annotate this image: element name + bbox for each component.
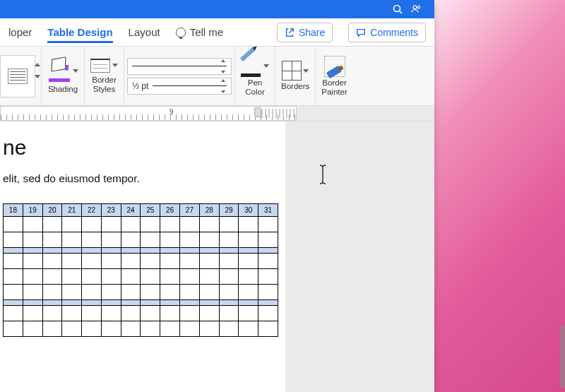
table-cell[interactable] <box>4 300 23 306</box>
table-cell[interactable] <box>258 269 278 285</box>
share-button[interactable]: Share <box>277 23 333 42</box>
table-cell[interactable] <box>82 217 102 232</box>
table-band-row[interactable] <box>4 300 278 306</box>
table-cell[interactable] <box>219 248 239 254</box>
table-cell[interactable] <box>239 306 258 321</box>
table-row[interactable] <box>4 321 278 337</box>
table-row[interactable] <box>4 217 278 232</box>
tab-developer[interactable]: loper <box>8 22 32 42</box>
table-cell[interactable] <box>219 306 239 321</box>
table-cell[interactable] <box>4 269 23 285</box>
table-cell[interactable] <box>23 300 42 306</box>
table-cell[interactable] <box>180 232 200 248</box>
border-styles-dropdown[interactable] <box>112 64 118 67</box>
table-cell[interactable] <box>121 300 141 306</box>
table-cell[interactable] <box>141 300 160 306</box>
table-cell[interactable] <box>199 232 219 248</box>
table-cell[interactable] <box>4 248 23 254</box>
window-scrollbar-thumb[interactable] <box>560 325 565 388</box>
table-cell[interactable] <box>199 269 219 285</box>
table-cell[interactable] <box>180 306 200 321</box>
table-cell[interactable] <box>219 232 239 248</box>
table-cell[interactable] <box>23 254 42 269</box>
shading-dropdown[interactable] <box>73 69 78 73</box>
table-row[interactable] <box>4 254 278 269</box>
table-cell[interactable] <box>180 217 200 232</box>
style-gallery-item[interactable] <box>0 55 35 97</box>
table-cell[interactable] <box>199 300 219 306</box>
pen-color-button[interactable] <box>241 56 262 77</box>
table-cell[interactable] <box>23 248 42 254</box>
table-cell[interactable] <box>141 232 160 248</box>
heading-fragment[interactable]: ne <box>3 136 278 160</box>
table-cell[interactable] <box>199 285 219 300</box>
table-cell[interactable] <box>141 306 160 321</box>
shading-button[interactable] <box>47 58 71 82</box>
day-header-cell[interactable]: 27 <box>180 204 200 217</box>
table-cell[interactable] <box>141 269 160 285</box>
table-row[interactable] <box>4 232 278 248</box>
table-cell[interactable] <box>62 306 82 321</box>
table-cell[interactable] <box>258 217 278 232</box>
border-painter-button[interactable] <box>324 56 345 77</box>
table-cell[interactable] <box>180 269 200 285</box>
table-cell[interactable] <box>121 269 141 285</box>
day-header-cell[interactable]: 23 <box>101 204 121 217</box>
table-cell[interactable] <box>4 232 23 248</box>
table-cell[interactable] <box>239 232 258 248</box>
table-cell[interactable] <box>121 254 141 269</box>
table-cell[interactable] <box>199 306 219 321</box>
table-cell[interactable] <box>219 217 239 232</box>
table-cell[interactable] <box>101 254 121 269</box>
table-cell[interactable] <box>160 306 180 321</box>
line-style-selector[interactable] <box>127 58 232 75</box>
calendar-table[interactable]: 1819202122232425262728293031 <box>3 203 278 337</box>
table-cell[interactable] <box>160 321 180 337</box>
table-cell[interactable] <box>42 254 62 269</box>
table-cell[interactable] <box>101 285 121 300</box>
borders-button[interactable] <box>282 61 302 81</box>
table-cell[interactable] <box>141 321 160 337</box>
table-cell[interactable] <box>141 254 160 269</box>
table-cell[interactable] <box>62 232 82 248</box>
right-indent-marker-icon[interactable] <box>254 107 261 117</box>
day-header-cell[interactable]: 29 <box>219 204 239 217</box>
table-cell[interactable] <box>121 321 141 337</box>
tab-table-design[interactable]: Table Design <box>47 22 112 43</box>
table-cell[interactable] <box>180 254 200 269</box>
table-cell[interactable] <box>258 254 278 269</box>
table-cell[interactable] <box>160 285 180 300</box>
table-row[interactable] <box>4 285 278 300</box>
table-cell[interactable] <box>258 232 278 248</box>
table-cell[interactable] <box>141 248 160 254</box>
day-header-cell[interactable]: 28 <box>199 204 219 217</box>
table-styles-gallery[interactable] <box>0 47 42 105</box>
table-cell[interactable] <box>121 306 141 321</box>
table-cell[interactable] <box>141 217 160 232</box>
table-cell[interactable] <box>121 248 141 254</box>
border-styles-button[interactable] <box>90 59 110 73</box>
line-style-stepper[interactable] <box>221 59 230 73</box>
share-people-icon[interactable] <box>410 4 422 15</box>
table-cell[interactable] <box>82 306 102 321</box>
table-cell[interactable] <box>258 300 278 306</box>
table-cell[interactable] <box>121 217 141 232</box>
table-cell[interactable] <box>239 248 258 254</box>
table-cell[interactable] <box>219 269 239 285</box>
table-cell[interactable] <box>121 232 141 248</box>
day-header-cell[interactable]: 31 <box>258 204 278 217</box>
table-cell[interactable] <box>101 248 121 254</box>
pen-color-dropdown[interactable] <box>263 64 269 68</box>
table-cell[interactable] <box>180 285 200 300</box>
table-cell[interactable] <box>180 321 200 337</box>
chevron-down-icon[interactable] <box>35 75 40 78</box>
day-header-cell[interactable]: 21 <box>62 204 82 217</box>
table-cell[interactable] <box>219 285 239 300</box>
table-cell[interactable] <box>180 248 200 254</box>
table-cell[interactable] <box>62 254 82 269</box>
table-cell[interactable] <box>239 300 258 306</box>
day-header-cell[interactable]: 22 <box>82 204 102 217</box>
table-cell[interactable] <box>239 285 258 300</box>
table-cell[interactable] <box>23 306 42 321</box>
borders-dropdown[interactable] <box>303 69 309 73</box>
